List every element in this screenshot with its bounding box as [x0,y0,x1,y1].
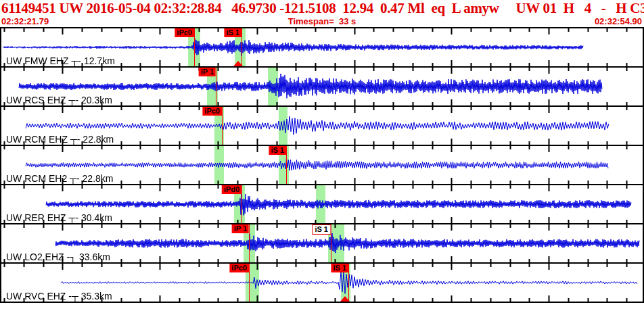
pick-label-ip[interactable]: iP 1 [232,224,249,233]
pick-label-ipc0[interactable]: iPc0 [229,264,249,272]
pick-label-is[interactable]: iS 1 [312,224,331,235]
pick-label-ipd0[interactable]: iPd0 [222,185,242,194]
trace-row-rcm-eh2[interactable]: iS 1UW RCM EH2 ┬- 22.8km [1,145,643,184]
station-label-rcm-ehz: UW RCM EHZ ┬- 22.8km [6,135,114,145]
trace-row-fmw-ehz[interactable]: iPc0iS 1UW FMW EHZ ┬- 12.7km [1,27,643,66]
pick-label-ip[interactable]: iP 1 [199,68,216,76]
time-ruler-header: 02:32:21.79 Timespan= 33 s 02:32:54.90 [0,16,644,26]
station-label-lo2-ehz: UW LO2 EHZ -┐ 33.6km [6,252,110,262]
pick-label-is[interactable]: iS 1 [269,146,286,155]
station-label-rcs-ehz: UW RCS EHZ ┬- 20.3km [6,95,112,105]
pick-label-ipc0[interactable]: iPc0 [175,28,194,37]
trace-row-rcs-ehz[interactable]: iP 1UW RCS EHZ ┬- 20.3km [1,66,643,105]
trace-row-rer-ehz[interactable]: iPd0UW RER EHZ ┬- 30.4km [1,184,643,223]
station-label-rcm-eh2: UW RCM EH2 ┬- 22.8km [6,174,114,184]
coda-marker[interactable] [340,296,350,302]
pick-line-ipd0[interactable] [242,185,242,223]
trace-row-lo2-ehz[interactable]: iP 1iS 1UW LO2 EHZ -┐ 33.6km [1,223,643,262]
pick-label-ipc0[interactable]: iPc0 [202,107,222,116]
trace-area: iPc0iS 1UW FMW EHZ ┬- 12.7kmiP 1UW RCS E… [0,27,644,303]
pick-line-is[interactable] [331,224,331,262]
pick-line-ipc0[interactable] [194,28,195,66]
pick-label-is[interactable]: iS 1 [331,264,348,272]
pick-line-ipc0[interactable] [222,107,223,145]
coda-marker[interactable] [233,61,243,66]
pick-line-ip[interactable] [249,224,250,262]
pick-line-ipc0[interactable] [249,264,250,302]
pick-line-ip[interactable] [216,68,216,105]
trace-row-rcm-ehz[interactable]: iPc0UW RCM EHZ ┬- 22.8km [1,105,643,145]
pick-line-is[interactable] [286,146,287,184]
pick-label-is[interactable]: iS 1 [224,28,242,37]
event-header: 61149451 UW 2016-05-04 02:32:28.84 46.97… [1,0,644,16]
station-label-rvc-ehz: UW RVC EHZ -┬ 35.3km [6,291,112,302]
station-label-fmw-ehz: UW FMW EHZ ┬- 12.7km [6,56,115,66]
station-label-rer-ehz: UW RER EHZ ┬- 30.4km [6,213,112,223]
trace-row-rvc-ehz[interactable]: iPc0iS 1UW RVC EHZ -┬ 35.3km [1,262,643,302]
timespan-label: Timespan= 33 s [0,16,644,26]
window-end-time: 02:32:54.90 [595,16,642,26]
